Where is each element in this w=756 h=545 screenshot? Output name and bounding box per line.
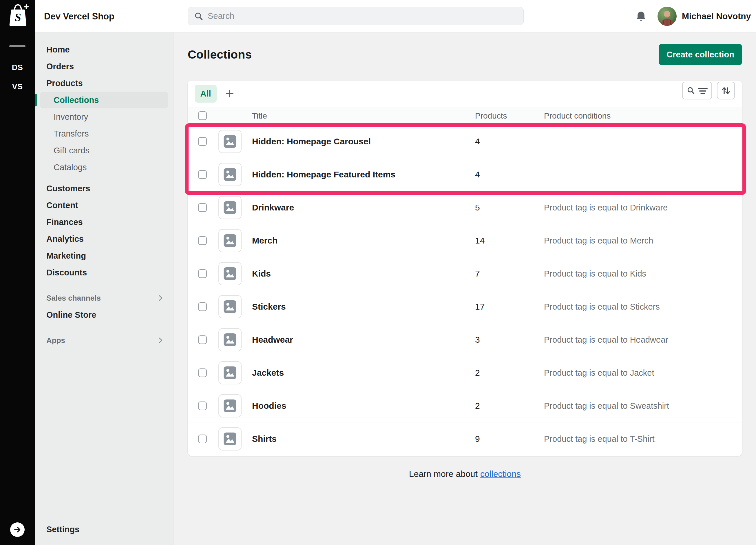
sidebar-item-transfers[interactable]: Transfers <box>35 125 173 142</box>
product-conditions: Product tag is equal to Drinkware <box>544 203 668 212</box>
sidebar-item-discounts[interactable]: Discounts <box>35 264 173 281</box>
row-checkbox[interactable] <box>198 236 207 245</box>
product-conditions: Product tag is equal to Stickers <box>544 302 660 312</box>
sidebar-section-apps[interactable]: Apps <box>35 332 173 349</box>
collection-thumbnail <box>218 328 242 351</box>
row-checkbox[interactable] <box>198 203 207 212</box>
table-row[interactable]: Shirts 9 Product tag is equal to T-Shirt <box>188 422 742 455</box>
collection-thumbnail <box>218 130 242 153</box>
table-row[interactable]: Hidden: Homepage Carousel 4 <box>188 125 742 158</box>
collection-title[interactable]: Kids <box>252 269 271 279</box>
collection-title[interactable]: Hidden: Homepage Carousel <box>252 136 371 146</box>
tab-all[interactable]: All <box>195 85 217 103</box>
image-placeholder-icon <box>224 433 236 445</box>
collection-thumbnail <box>218 394 242 418</box>
products-count: 3 <box>475 335 480 345</box>
sidebar-item-marketing[interactable]: Marketing <box>35 247 173 264</box>
products-count: 2 <box>475 368 480 378</box>
bell-icon <box>635 10 647 23</box>
row-checkbox[interactable] <box>198 269 207 278</box>
table-row[interactable]: Drinkware 5 Product tag is equal to Drin… <box>188 191 742 224</box>
svg-text:S: S <box>15 11 21 24</box>
sidebar-item-products[interactable]: Products <box>35 75 173 92</box>
collection-title[interactable]: Headwear <box>252 335 293 345</box>
row-checkbox[interactable] <box>198 402 207 410</box>
table-row[interactable]: Hoodies 2 Product tag is equal to Sweats… <box>188 389 742 422</box>
sidebar-item-finances[interactable]: Finances <box>35 214 173 230</box>
sidebar-item-orders[interactable]: Orders <box>35 58 173 75</box>
sidebar-item-inventory[interactable]: Inventory <box>35 108 173 125</box>
collection-thumbnail <box>218 163 242 186</box>
column-header-title: Title <box>252 111 267 121</box>
sidebar-nav: Home Orders Products Collections Invento… <box>35 32 174 545</box>
product-conditions: Product tag is equal to Kids <box>544 269 646 279</box>
rail-divider <box>9 45 25 47</box>
shopify-logo[interactable]: S <box>7 3 30 27</box>
collection-title[interactable]: Shirts <box>252 434 277 444</box>
row-checkbox[interactable] <box>198 369 207 377</box>
collection-thumbnail <box>218 262 242 285</box>
collection-thumbnail <box>218 427 242 451</box>
products-count: 2 <box>475 401 480 411</box>
table-row[interactable]: Stickers 17 Product tag is equal to Stic… <box>188 290 742 323</box>
collection-thumbnail <box>218 361 242 384</box>
row-checkbox[interactable] <box>198 336 207 344</box>
products-count: 4 <box>475 136 480 146</box>
row-checkbox[interactable] <box>198 137 207 146</box>
arrow-right-icon <box>13 526 22 534</box>
sidebar-item-customers[interactable]: Customers <box>35 180 173 197</box>
product-conditions: Product tag is equal to Sweatshirt <box>544 401 669 411</box>
collection-title[interactable]: Stickers <box>252 302 286 312</box>
collections-help-link[interactable]: collections <box>480 469 521 479</box>
footer-text: Learn more about <box>409 469 478 479</box>
sort-button[interactable] <box>717 82 735 99</box>
sidebar-item-gift-cards[interactable]: Gift cards <box>35 142 173 159</box>
search-icon <box>194 12 203 21</box>
collection-title[interactable]: Jackets <box>252 368 284 378</box>
sidebar-section-sales-channels[interactable]: Sales channels <box>35 290 173 307</box>
collection-title[interactable]: Drinkware <box>252 203 294 212</box>
user-menu[interactable]: Michael Novotny <box>658 5 751 27</box>
global-search[interactable] <box>188 7 524 25</box>
table-row[interactable]: Kids 7 Product tag is equal to Kids <box>188 257 742 290</box>
table-row[interactable]: Headwear 3 Product tag is equal to Headw… <box>188 323 742 356</box>
sidebar-item-analytics[interactable]: Analytics <box>35 230 173 247</box>
search-filter-button[interactable] <box>682 82 712 99</box>
select-all-checkbox[interactable] <box>198 111 207 120</box>
sidebar-item-collections[interactable]: Collections <box>40 92 168 108</box>
products-count: 4 <box>475 169 480 179</box>
add-view-button[interactable] <box>225 89 235 99</box>
products-count: 5 <box>475 203 480 212</box>
search-input[interactable] <box>208 11 518 21</box>
avatar <box>658 7 677 26</box>
sidebar-item-home[interactable]: Home <box>35 41 173 58</box>
workspace-item-vs[interactable]: VS <box>0 82 35 91</box>
collection-title[interactable]: Merch <box>252 236 277 245</box>
workspace-item-ds[interactable]: DS <box>0 63 35 72</box>
sidebar-item-catalogs[interactable]: Catalogs <box>35 159 173 176</box>
table-body: Hidden: Homepage Carousel 4 Hidden: Home… <box>188 125 742 455</box>
search-icon <box>687 86 695 95</box>
sort-icon <box>721 86 731 96</box>
footer-help-text: Learn more aboutcollections <box>174 469 756 479</box>
notifications-button[interactable] <box>634 9 648 24</box>
collection-title[interactable]: Hidden: Homepage Featured Items <box>252 169 395 179</box>
create-collection-button[interactable]: Create collection <box>659 44 742 65</box>
collection-title[interactable]: Hoodies <box>252 401 286 411</box>
expand-arrow-button[interactable] <box>10 522 25 537</box>
row-checkbox[interactable] <box>198 170 207 179</box>
collection-thumbnail <box>218 196 242 219</box>
table-row[interactable]: Hidden: Homepage Featured Items 4 <box>188 158 742 191</box>
row-checkbox[interactable] <box>198 303 207 311</box>
image-placeholder-icon <box>224 168 236 181</box>
sidebar-item-content[interactable]: Content <box>35 197 173 214</box>
top-bar: Dev Vercel Shop <box>35 0 756 32</box>
table-row[interactable]: Merch 14 Product tag is equal to Merch <box>188 224 742 257</box>
products-count: 14 <box>475 236 485 245</box>
sidebar-item-settings[interactable]: Settings <box>35 521 173 538</box>
table-row[interactable]: Jackets 2 Product tag is equal to Jacket <box>188 356 742 389</box>
sidebar-item-online-store[interactable]: Online Store <box>35 307 173 323</box>
main-content: Collections Create collection All <box>174 32 756 545</box>
section-label: Sales channels <box>46 294 101 303</box>
row-checkbox[interactable] <box>198 435 207 443</box>
